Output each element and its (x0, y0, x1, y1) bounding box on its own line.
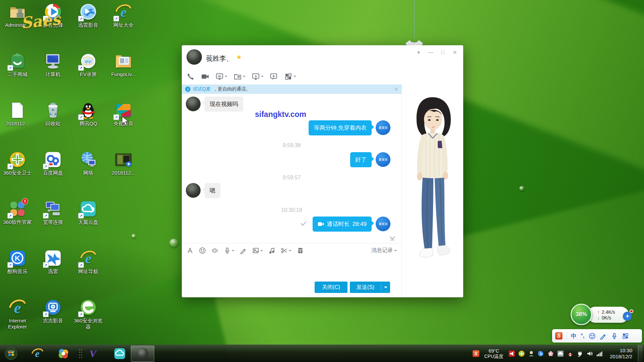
voice-call-icon[interactable] (185, 72, 196, 81)
desktop-icon-jiji-yingyin[interactable]: ↗ 吉吉影音 (36, 298, 70, 324)
close-button[interactable]: ✕ (451, 49, 459, 56)
desktop-icon-computer[interactable]: 计算机 (36, 52, 70, 77)
send-button[interactable]: 发送(S) (350, 282, 390, 293)
dropdown-caret-icon[interactable] (260, 250, 263, 253)
handwriting-input-icon[interactable] (600, 333, 607, 340)
desktop-icon-wangzhidaohang[interactable]: e ↗ 网址导航 (71, 249, 106, 275)
scroll-to-bottom-icon[interactable] (389, 236, 395, 242)
tray-network-signal-icon[interactable] (596, 350, 603, 357)
dropdown-caret-icon[interactable] (289, 250, 291, 253)
contact-avatar[interactable] (186, 183, 201, 198)
dropdown-caret-icon[interactable] (243, 76, 246, 78)
input-mode-chinese[interactable]: 中 (571, 332, 577, 340)
tray-360-icon[interactable] (518, 350, 525, 357)
show-desktop-button[interactable] (638, 345, 643, 362)
self-avatar[interactable] (376, 120, 390, 135)
self-avatar[interactable] (376, 217, 390, 231)
sogou-logo-icon[interactable]: S (555, 332, 562, 340)
tray-clock[interactable]: 10:30 2018/12/2 (610, 348, 632, 360)
icon-label: Administr... (5, 22, 30, 28)
desktop-icon-tencent-qq[interactable]: ↗ 腾讯QQ (71, 101, 106, 127)
dropdown-caret-icon[interactable] (261, 76, 264, 78)
taskbar-qq-chat-button-active[interactable] (131, 346, 154, 362)
voice-message-icon[interactable] (224, 247, 234, 254)
desktop-icon-broadband[interactable]: ↗ 宽带连接 (36, 200, 70, 225)
desktop-icon-kugou[interactable]: K ↗ 酷狗音乐 (0, 249, 35, 275)
desktop-icon-360-browser[interactable]: ↗ 360安全浏览器 (71, 298, 106, 330)
desktop-icon-fungolive[interactable]: FungoLiv... (106, 52, 141, 77)
qq-show-panel[interactable] (401, 84, 463, 297)
font-style-icon[interactable] (186, 247, 194, 254)
message-input-area[interactable] (182, 258, 401, 282)
desktop-icon-ev-luping[interactable]: ev ↗ EV录屏 (71, 52, 106, 77)
taskbar-sogou-browser-button[interactable] (54, 346, 72, 361)
accelerate-plus-button[interactable]: + (623, 312, 632, 321)
desktop-icon-network[interactable]: 网络 (71, 150, 106, 176)
window-menu-caret-icon[interactable]: ▾ (415, 49, 422, 56)
tray-power-plug-icon[interactable] (577, 350, 583, 357)
toolbox-grid-icon[interactable] (622, 333, 629, 340)
screenshot-scissors-icon[interactable] (281, 247, 291, 254)
contact-avatar[interactable] (186, 49, 202, 65)
send-file-icon[interactable] (232, 72, 247, 81)
tray-cloud-icon[interactable] (557, 350, 564, 357)
dropdown-caret-icon[interactable] (232, 250, 234, 253)
message-history-button[interactable]: 消息记录 (371, 247, 397, 254)
desktop-icon-xunlei[interactable]: ↗ 迅雷 (36, 249, 70, 275)
apps-grid-icon[interactable] (283, 72, 298, 81)
qmic-link[interactable]: 试试Q麦 (193, 86, 211, 92)
desktop-icon-document[interactable]: 2018112... (0, 101, 35, 127)
memory-usage-orb[interactable]: 38% (571, 304, 592, 325)
music-icon[interactable] (268, 247, 275, 254)
desktop-icon-administrator[interactable]: Administr... (0, 3, 35, 28)
create-group-icon[interactable] (268, 72, 279, 81)
desktop-icon-internet-explorer[interactable]: e Internet Explorer (0, 298, 35, 330)
taskbar-vagaa-button[interactable]: V (84, 346, 102, 361)
desktop-icon-wangzhidaquan[interactable]: e ↗ 网址大全 (106, 3, 141, 28)
tray-qq-icon[interactable] (567, 350, 574, 357)
notification-close-icon[interactable]: ✕ (394, 86, 398, 92)
desktop-icon-xunlei-yingyin[interactable]: ↗ 迅雷影音 (71, 3, 106, 28)
desktop-icon-tianyi-cloud[interactable]: ↗ 天翼云盘 (71, 200, 106, 225)
contact-avatar[interactable] (186, 97, 201, 111)
tray-sogou-icon[interactable]: S (473, 350, 479, 357)
close-chat-button[interactable]: 关闭(C) (315, 282, 347, 293)
cpu-temperature[interactable]: 69°C CPU温度 (484, 348, 504, 359)
tray-pplive-icon[interactable]: b (538, 350, 544, 357)
screen-share-icon[interactable] (214, 72, 229, 81)
maximize-button[interactable]: □ (439, 49, 446, 56)
remote-desktop-icon[interactable] (250, 72, 265, 81)
send-image-icon[interactable] (252, 247, 263, 254)
contact-name[interactable]: 莪姓李、 (206, 54, 233, 63)
emoji-picker-icon[interactable] (589, 333, 596, 340)
voice-input-icon[interactable] (611, 333, 618, 340)
desktop-icon-video-file[interactable]: 2018112... (106, 150, 141, 176)
video-call-icon[interactable] (200, 72, 211, 81)
red-packet-icon[interactable]: ¥ (297, 247, 304, 254)
handwriting-icon[interactable] (240, 247, 247, 254)
desktop-icon-360-software-manager[interactable]: ↗ 8 360软件管家 (0, 200, 35, 225)
dropdown-caret-icon[interactable] (225, 76, 227, 78)
desktop-icon-ershoushangcheng[interactable]: ↗ 二手商城 (0, 52, 35, 77)
tray-flower-icon[interactable] (547, 350, 554, 357)
desktop-icon-yingyinxianfeng[interactable]: ↗ 影音先锋 (36, 3, 70, 28)
minimize-button[interactable]: — (427, 49, 434, 56)
desktop-icon-baidu-netdisk[interactable]: ↗ 百度网盘 (36, 150, 70, 176)
self-avatar[interactable] (376, 152, 390, 167)
taskbar-ie-button[interactable]: e (28, 346, 46, 361)
tray-megaphone-icon[interactable] (508, 350, 515, 357)
360-speed-ball[interactable]: ↑ 2.4K/s ↓ 0K/s + 38% (571, 304, 638, 328)
tray-volume-icon[interactable] (586, 350, 593, 357)
shortcut-arrow-icon: ↗ (78, 213, 84, 219)
emoji-icon[interactable] (199, 247, 206, 254)
dropdown-caret-icon[interactable] (293, 76, 296, 78)
desktop-icon-recycle-bin[interactable]: 回收站 (36, 101, 70, 127)
start-button[interactable] (2, 346, 20, 361)
tray-contact-person-icon[interactable] (528, 350, 535, 357)
window-shake-icon[interactable] (211, 247, 218, 254)
punctuation-mode[interactable]: °, (581, 333, 585, 339)
desktop-icon-360-safe[interactable]: ↗ 360安全卫士 (0, 150, 35, 176)
icon-label: 影音先锋 (43, 22, 63, 28)
send-options-caret-icon[interactable] (381, 285, 390, 290)
taskbar-cloud-drive-button[interactable] (111, 346, 129, 361)
